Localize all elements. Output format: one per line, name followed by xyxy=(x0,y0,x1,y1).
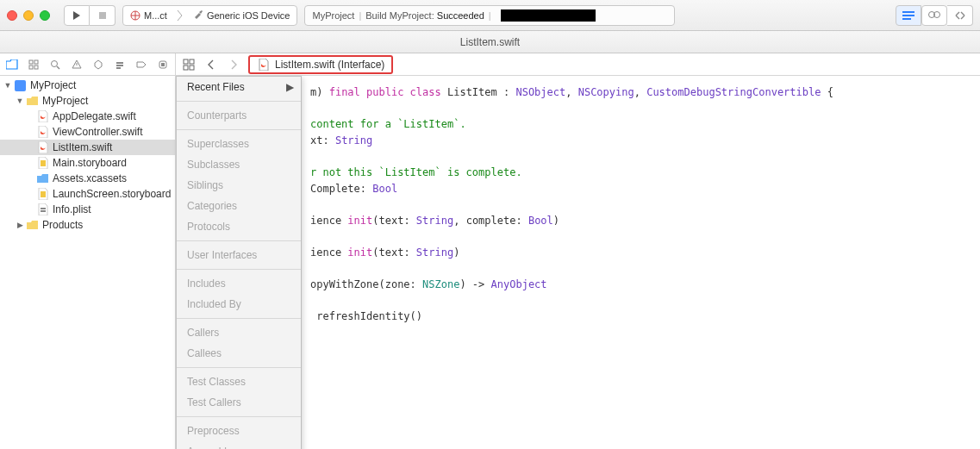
menu-item-label: Includes xyxy=(187,278,226,290)
test-navigator-tab[interactable] xyxy=(92,58,105,72)
menu-item: Subclasses xyxy=(177,154,301,175)
project-tree: ▼ MyProject ▼ MyProject AppDelegate.swif… xyxy=(0,76,175,449)
tree-root[interactable]: ▼ MyProject xyxy=(0,78,175,93)
close-window-button[interactable] xyxy=(7,10,17,21)
debug-navigator-tab[interactable] xyxy=(114,58,127,72)
activity-status: Succeeded xyxy=(437,10,484,21)
target-icon xyxy=(130,10,140,21)
xcodeproj-icon xyxy=(14,79,27,91)
svg-rect-21 xyxy=(41,160,46,166)
disclosure-triangle-icon[interactable]: ▼ xyxy=(16,97,24,105)
breadcrumb-label: ListItem.swift (Interface) xyxy=(275,59,384,71)
menu-separator xyxy=(177,129,301,130)
code-type: NSZone xyxy=(422,278,459,290)
report-navigator-tab[interactable] xyxy=(157,58,170,72)
svg-rect-24 xyxy=(41,210,46,212)
menu-item: Superclasses xyxy=(177,134,301,154)
menu-item: Counterparts xyxy=(177,105,301,126)
stop-button[interactable] xyxy=(90,5,115,26)
standard-editor-button[interactable] xyxy=(896,5,921,26)
code-type: NSObject xyxy=(515,86,565,98)
menu-item-label: Included By xyxy=(187,298,241,310)
code-type: String xyxy=(335,134,372,147)
storyboard-file-icon xyxy=(36,157,49,169)
source-control-navigator-tab[interactable] xyxy=(27,58,40,72)
svg-rect-26 xyxy=(190,59,194,64)
disclosure-triangle-icon[interactable]: ▼ xyxy=(3,81,12,90)
svg-rect-16 xyxy=(116,65,123,66)
code-text: : xyxy=(497,86,516,98)
code-keyword: init xyxy=(347,246,372,259)
tree-group-products[interactable]: ▶ Products xyxy=(0,217,175,233)
scheme-destination-label: Generic iOS Device xyxy=(207,10,290,21)
disclosure-triangle-icon[interactable]: ▶ xyxy=(16,221,24,229)
project-navigator-tab[interactable] xyxy=(5,58,18,72)
tree-file[interactable]: Info.plist xyxy=(0,202,175,217)
issue-navigator-tab[interactable] xyxy=(70,58,83,72)
run-stop-group xyxy=(64,5,115,26)
zoom-window-button[interactable] xyxy=(40,10,50,21)
code-text: ) -> xyxy=(459,278,490,290)
code-text: (text: xyxy=(372,215,416,227)
menu-separator xyxy=(177,416,301,417)
folder-icon xyxy=(26,219,39,231)
scheme-target[interactable]: M...ct xyxy=(123,10,174,21)
navigator-selector xyxy=(0,53,175,76)
scheme-selector[interactable]: M...ct Generic iOS Device xyxy=(122,5,297,26)
svg-line-13 xyxy=(57,66,59,69)
assistant-editor-button[interactable] xyxy=(921,5,947,26)
scheme-target-label: M...ct xyxy=(144,10,167,21)
scheme-destination[interactable]: Generic iOS Device xyxy=(186,10,297,21)
tree-file[interactable]: AppDelegate.swift xyxy=(0,109,175,124)
code-text: ) xyxy=(453,246,459,259)
code-text: ListItem xyxy=(447,86,497,98)
svg-rect-1 xyxy=(99,12,106,19)
tree-file[interactable]: Assets.xcassets xyxy=(0,171,175,186)
find-navigator-tab[interactable] xyxy=(48,58,61,72)
tree-file[interactable]: LaunchScreen.storyboard xyxy=(0,186,175,202)
breakpoint-navigator-tab[interactable] xyxy=(135,58,148,72)
menu-recent-files[interactable]: Recent Files ▶ xyxy=(177,77,301,97)
activity-sep: | xyxy=(359,10,361,21)
source-editor[interactable]: m) final public class ListItem : NSObjec… xyxy=(302,76,980,325)
menu-item: Callers xyxy=(177,322,301,343)
svg-rect-23 xyxy=(41,208,46,209)
svg-rect-15 xyxy=(116,62,123,64)
code-text: refreshIdentity() xyxy=(310,310,422,322)
window-tab-title: ListItem.swift xyxy=(460,36,520,48)
svg-marker-0 xyxy=(73,11,80,20)
submenu-arrow-icon: ▶ xyxy=(286,81,294,93)
activity-viewer: MyProject | Build MyProject: Succeeded | xyxy=(304,5,675,26)
menu-separator xyxy=(177,240,301,241)
tree-file[interactable]: ListItem.swift xyxy=(0,140,175,155)
plist-file-icon xyxy=(36,203,49,215)
breadcrumb-highlight[interactable]: ListItem.swift (Interface) xyxy=(248,55,393,74)
scheme-chevron-icon xyxy=(174,6,186,25)
tree-group[interactable]: ▼ MyProject xyxy=(0,93,175,109)
run-button[interactable] xyxy=(64,5,90,26)
code-text: , xyxy=(634,86,646,98)
tree-label: MyProject xyxy=(42,95,88,107)
version-editor-button[interactable] xyxy=(947,5,973,26)
code-text: , xyxy=(565,86,577,98)
activity-redacted xyxy=(501,9,596,22)
minimize-window-button[interactable] xyxy=(23,10,34,21)
code-text: ience xyxy=(310,246,347,259)
svg-rect-19 xyxy=(161,63,165,66)
code-type: String xyxy=(416,215,453,227)
svg-rect-5 xyxy=(902,18,911,20)
tree-file[interactable]: ViewController.swift xyxy=(0,124,175,140)
code-text: ) xyxy=(553,215,559,227)
menu-item-label: Callees xyxy=(187,347,222,359)
svg-rect-3 xyxy=(902,11,914,13)
menu-item-label: Callers xyxy=(187,327,219,339)
go-back-button[interactable] xyxy=(203,57,219,72)
main-area: ▼ MyProject ▼ MyProject AppDelegate.swif… xyxy=(0,53,980,449)
menu-item-label: Counterparts xyxy=(187,109,247,122)
go-forward-button[interactable] xyxy=(226,57,241,72)
svg-rect-25 xyxy=(184,59,188,64)
related-items-button[interactable] xyxy=(181,57,197,72)
hammer-icon xyxy=(193,10,203,21)
tree-label: Main.storyboard xyxy=(53,157,127,169)
tree-file[interactable]: Main.storyboard xyxy=(0,155,175,171)
